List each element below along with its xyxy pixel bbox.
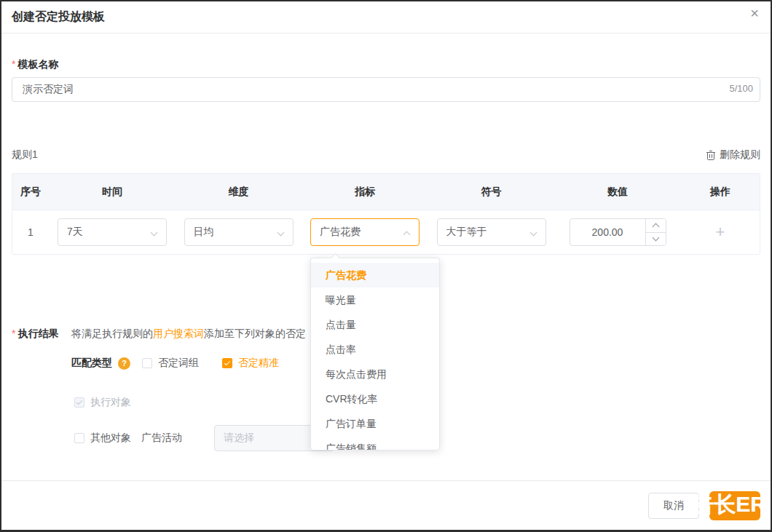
metric-select-value: 广告花费: [320, 226, 361, 239]
required-asterisk: *: [12, 327, 15, 339]
dropdown-item[interactable]: 点击量: [311, 312, 439, 337]
chevron-down-icon: [530, 229, 537, 236]
dropdown-item[interactable]: CVR转化率: [311, 386, 439, 411]
value-input[interactable]: 200.00: [570, 219, 645, 245]
match-type-label: 匹配类型: [71, 357, 112, 370]
metric-select[interactable]: 广告花费: [310, 218, 420, 246]
dropdown-item[interactable]: 广告花费: [311, 263, 439, 287]
checkbox-disabled-checked-icon: [74, 397, 84, 408]
delete-rule-button[interactable]: 删除规则: [706, 148, 760, 162]
chevron-down-icon: [277, 229, 284, 236]
confirm-button[interactable]: [709, 491, 760, 520]
execution-target-label: 执行对象: [90, 396, 131, 409]
template-name-field: 5/100: [12, 77, 760, 102]
col-header-operator: 符号: [428, 186, 554, 199]
template-name-input[interactable]: [12, 77, 760, 102]
chevron-up-icon: [652, 223, 659, 230]
cancel-button[interactable]: 取消: [648, 493, 699, 519]
metric-dropdown: 广告花费 曝光量 点击量 点击率 每次点击费用 CVR转化率 广告订单量 广告销…: [310, 258, 440, 450]
time-select-value: 7天: [67, 226, 83, 239]
other-target-checkbox[interactable]: 其他对象: [74, 432, 131, 445]
modal-title: 创建否定投放模板: [12, 9, 105, 25]
dimension-select-value: 日均: [194, 226, 214, 239]
required-asterisk: *: [12, 58, 15, 70]
rule-table-row: 1 7天 日均 广告花费: [12, 210, 760, 254]
value-number-input: 200.00: [570, 218, 666, 246]
template-name-label: *模板名称: [12, 58, 760, 71]
row-index: 1: [12, 226, 49, 238]
col-header-index: 序号: [12, 186, 49, 199]
negative-exact-checkbox[interactable]: 否定精准: [222, 357, 279, 370]
create-negative-template-modal: 创建否定投放模板 × *模板名称 5/100 规则1: [0, 0, 772, 532]
modal-footer: 取消: [1, 480, 771, 530]
chevron-down-icon: [151, 229, 157, 236]
chevron-down-icon: [652, 234, 659, 242]
char-counter: 5/100: [729, 83, 753, 94]
dropdown-item[interactable]: 广告订单量: [311, 411, 439, 436]
rule-table-header: 序号 时间 维度 指标 符号 数值 操作: [12, 174, 760, 210]
rule-header: 规则1 删除规则: [12, 148, 760, 162]
col-header-action: 操作: [681, 186, 760, 199]
other-target-label: 其他对象: [90, 432, 131, 445]
dropdown-item[interactable]: 广告销售额: [311, 436, 439, 450]
operator-select[interactable]: 大于等于: [437, 218, 546, 246]
campaign-label: 广告活动: [141, 432, 182, 445]
col-header-value: 数值: [554, 186, 681, 199]
help-icon[interactable]: ?: [118, 357, 130, 370]
number-stepper: [645, 219, 666, 245]
checkbox-unchecked-icon: [142, 358, 152, 368]
col-header-time: 时间: [49, 186, 176, 199]
negative-phrase-label: 否定词组: [158, 357, 199, 370]
operator-select-value: 大于等于: [446, 226, 487, 239]
rule-title: 规则1: [12, 148, 38, 162]
close-icon[interactable]: ×: [750, 6, 759, 20]
stepper-down-button[interactable]: [646, 233, 666, 246]
dropdown-item[interactable]: 曝光量: [311, 287, 439, 312]
execution-target-checkbox: 执行对象: [74, 396, 131, 409]
chevron-up-icon: [403, 229, 410, 236]
time-select[interactable]: 7天: [58, 218, 167, 246]
negative-exact-label: 否定精准: [238, 357, 279, 370]
negative-phrase-checkbox[interactable]: 否定词组: [142, 357, 199, 370]
add-condition-button[interactable]: +: [716, 224, 725, 240]
modal-header: 创建否定投放模板 ×: [1, 1, 771, 33]
dropdown-item[interactable]: 点击率: [311, 337, 439, 362]
search-term-highlight: 用户搜索词: [153, 327, 204, 339]
stepper-up-button[interactable]: [646, 219, 666, 233]
dimension-select[interactable]: 日均: [184, 218, 294, 246]
checkbox-checked-icon: [222, 358, 232, 368]
col-header-dimension: 维度: [176, 186, 302, 199]
dropdown-item[interactable]: 每次点击费用: [311, 362, 439, 386]
checkbox-unchecked-icon: [74, 433, 84, 443]
trash-icon: [706, 150, 716, 161]
campaign-select-placeholder: 请选择: [224, 432, 254, 445]
execution-label: *执行结果: [12, 327, 71, 451]
delete-rule-label: 删除规则: [720, 148, 760, 162]
col-header-metric: 指标: [302, 186, 428, 199]
rule-table: 序号 时间 维度 指标 符号 数值 操作 1 7天 日均: [12, 173, 760, 255]
